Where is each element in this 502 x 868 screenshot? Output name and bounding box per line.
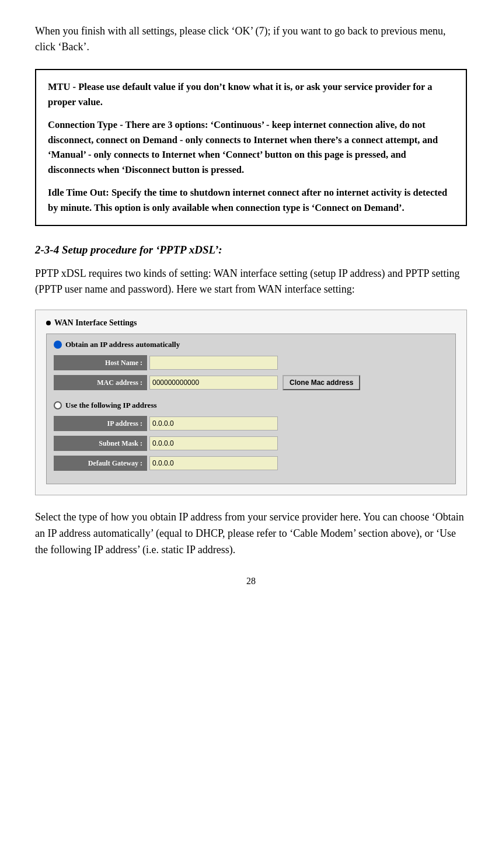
- intro-text: When you finish with all settings, pleas…: [35, 23, 467, 55]
- ip-address-label: IP address :: [54, 416, 147, 431]
- bottom-text: Select the type of how you obtain IP add…: [35, 509, 467, 558]
- wan-interface-box: WAN Interface Settings Obtain an IP addr…: [35, 310, 467, 495]
- default-gateway-row: Default Gateway :: [54, 456, 448, 471]
- radio-obtain-icon: [54, 341, 62, 349]
- bullet-icon: [46, 321, 51, 325]
- radio-obtain-label: Obtain an IP address automatically: [65, 340, 180, 349]
- host-name-input[interactable]: [149, 356, 278, 370]
- wan-title-row: WAN Interface Settings: [46, 318, 456, 328]
- mac-address-input-row: Clone Mac address: [147, 375, 448, 390]
- subnet-mask-row: Subnet Mask :: [54, 436, 448, 451]
- mac-address-input[interactable]: [149, 376, 278, 390]
- idle-timeout-text: Idle Time Out: Specify the time to shutd…: [48, 185, 454, 215]
- page-number: 28: [35, 576, 467, 586]
- default-gateway-input-row: [147, 456, 448, 470]
- wan-inner-panel: Obtain an IP address automatically Host …: [46, 334, 456, 484]
- ip-address-row: IP address :: [54, 416, 448, 431]
- radio-static-icon: [54, 401, 62, 409]
- host-name-input-row: [147, 356, 448, 370]
- clone-mac-button[interactable]: Clone Mac address: [283, 375, 360, 390]
- ip-address-input-row: [147, 416, 448, 430]
- subnet-mask-input-row: [147, 436, 448, 450]
- section-body: PPTP xDSL requires two kinds of setting:…: [35, 266, 467, 298]
- default-gateway-input[interactable]: [149, 456, 278, 470]
- radio-static-label: Use the following IP address: [65, 401, 157, 410]
- host-name-row: Host Name :: [54, 355, 448, 370]
- subnet-mask-label: Subnet Mask :: [54, 436, 147, 451]
- mac-address-label: MAC address :: [54, 375, 147, 390]
- default-gateway-label: Default Gateway :: [54, 456, 147, 471]
- mac-address-row: MAC address : Clone Mac address: [54, 375, 448, 390]
- subnet-mask-input[interactable]: [149, 436, 278, 450]
- connection-type-text: Connection Type - There are 3 options: ‘…: [48, 117, 454, 177]
- mtu-text: MTU - Please use default value if you do…: [48, 79, 454, 109]
- wan-title-label: WAN Interface Settings: [54, 318, 137, 328]
- host-name-label: Host Name :: [54, 355, 147, 370]
- ip-address-input[interactable]: [149, 416, 278, 430]
- radio-static-row[interactable]: Use the following IP address: [54, 401, 448, 410]
- radio-obtain-row[interactable]: Obtain an IP address automatically: [54, 340, 448, 349]
- info-box: MTU - Please use default value if you do…: [35, 69, 467, 226]
- section-heading: 2-3-4 Setup procedure for ‘PPTP xDSL’:: [35, 244, 467, 256]
